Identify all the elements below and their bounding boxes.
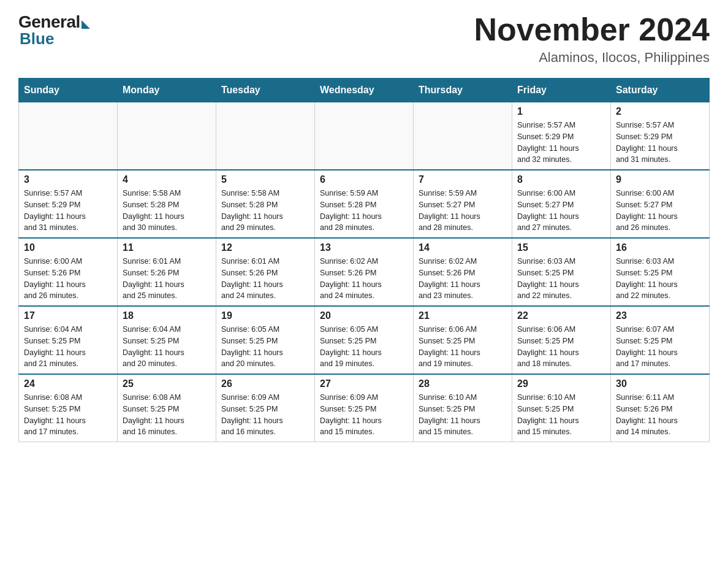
day-number: 21 (419, 310, 507, 321)
calendar-cell: 9Sunrise: 6:00 AMSunset: 5:27 PMDaylight… (611, 170, 710, 238)
calendar-cell (414, 102, 512, 170)
day-info: Sunrise: 6:00 AMSunset: 5:27 PMDaylight:… (517, 188, 605, 234)
calendar-cell: 17Sunrise: 6:04 AMSunset: 5:25 PMDayligh… (19, 306, 118, 374)
day-info: Sunrise: 6:01 AMSunset: 5:26 PMDaylight:… (123, 256, 211, 302)
calendar-cell: 10Sunrise: 6:00 AMSunset: 5:26 PMDayligh… (19, 238, 118, 306)
day-info: Sunrise: 6:08 AMSunset: 5:25 PMDaylight:… (123, 392, 211, 438)
calendar-cell: 25Sunrise: 6:08 AMSunset: 5:25 PMDayligh… (118, 374, 216, 442)
day-info: Sunrise: 6:01 AMSunset: 5:26 PMDaylight:… (221, 256, 309, 302)
day-number: 5 (221, 174, 309, 185)
calendar-cell: 23Sunrise: 6:07 AMSunset: 5:25 PMDayligh… (611, 306, 710, 374)
calendar-header-wednesday: Wednesday (315, 79, 414, 102)
day-number: 14 (419, 242, 507, 253)
day-number: 2 (616, 106, 704, 117)
calendar-cell (118, 102, 216, 170)
page-header: General Blue November 2024 Alaminos, Ilo… (18, 12, 710, 66)
calendar-week-row: 24Sunrise: 6:08 AMSunset: 5:25 PMDayligh… (19, 374, 710, 442)
calendar-cell: 4Sunrise: 5:58 AMSunset: 5:28 PMDaylight… (118, 170, 216, 238)
calendar-table: SundayMondayTuesdayWednesdayThursdayFrid… (18, 78, 710, 442)
logo-blue-text: Blue (20, 29, 54, 48)
day-info: Sunrise: 6:02 AMSunset: 5:26 PMDaylight:… (419, 256, 507, 302)
day-info: Sunrise: 6:09 AMSunset: 5:25 PMDaylight:… (221, 392, 309, 438)
day-number: 26 (221, 378, 309, 389)
day-info: Sunrise: 6:05 AMSunset: 5:25 PMDaylight:… (221, 324, 309, 370)
calendar-cell: 11Sunrise: 6:01 AMSunset: 5:26 PMDayligh… (118, 238, 216, 306)
day-number: 20 (320, 310, 408, 321)
day-info: Sunrise: 5:58 AMSunset: 5:28 PMDaylight:… (123, 188, 211, 234)
calendar-header-monday: Monday (118, 79, 216, 102)
day-number: 10 (24, 242, 112, 253)
day-number: 19 (221, 310, 309, 321)
day-info: Sunrise: 6:09 AMSunset: 5:25 PMDaylight:… (320, 392, 408, 438)
day-number: 22 (517, 310, 605, 321)
calendar-cell: 6Sunrise: 5:59 AMSunset: 5:28 PMDaylight… (315, 170, 414, 238)
title-section: November 2024 Alaminos, Ilocos, Philippi… (474, 12, 710, 66)
location-subtitle: Alaminos, Ilocos, Philippines (474, 50, 710, 66)
calendar-cell: 26Sunrise: 6:09 AMSunset: 5:25 PMDayligh… (216, 374, 315, 442)
day-info: Sunrise: 6:03 AMSunset: 5:25 PMDaylight:… (517, 256, 605, 302)
day-info: Sunrise: 6:05 AMSunset: 5:25 PMDaylight:… (320, 324, 408, 370)
day-number: 18 (123, 310, 211, 321)
day-info: Sunrise: 6:11 AMSunset: 5:26 PMDaylight:… (616, 392, 704, 438)
day-info: Sunrise: 6:10 AMSunset: 5:25 PMDaylight:… (419, 392, 507, 438)
day-info: Sunrise: 6:03 AMSunset: 5:25 PMDaylight:… (616, 256, 704, 302)
calendar-week-row: 17Sunrise: 6:04 AMSunset: 5:25 PMDayligh… (19, 306, 710, 374)
calendar-cell: 21Sunrise: 6:06 AMSunset: 5:25 PMDayligh… (414, 306, 512, 374)
calendar-cell: 12Sunrise: 6:01 AMSunset: 5:26 PMDayligh… (216, 238, 315, 306)
day-info: Sunrise: 5:57 AMSunset: 5:29 PMDaylight:… (24, 188, 112, 234)
day-number: 29 (517, 378, 605, 389)
calendar-cell (19, 102, 118, 170)
calendar-cell: 22Sunrise: 6:06 AMSunset: 5:25 PMDayligh… (512, 306, 611, 374)
day-info: Sunrise: 6:07 AMSunset: 5:25 PMDaylight:… (616, 324, 704, 370)
day-info: Sunrise: 5:58 AMSunset: 5:28 PMDaylight:… (221, 188, 309, 234)
day-number: 3 (24, 174, 112, 185)
calendar-week-row: 1Sunrise: 5:57 AMSunset: 5:29 PMDaylight… (19, 102, 710, 170)
day-info: Sunrise: 6:04 AMSunset: 5:25 PMDaylight:… (24, 324, 112, 370)
day-number: 28 (419, 378, 507, 389)
calendar-cell: 27Sunrise: 6:09 AMSunset: 5:25 PMDayligh… (315, 374, 414, 442)
day-info: Sunrise: 6:04 AMSunset: 5:25 PMDaylight:… (123, 324, 211, 370)
calendar-cell: 3Sunrise: 5:57 AMSunset: 5:29 PMDaylight… (19, 170, 118, 238)
day-info: Sunrise: 6:08 AMSunset: 5:25 PMDaylight:… (24, 392, 112, 438)
day-info: Sunrise: 6:00 AMSunset: 5:26 PMDaylight:… (24, 256, 112, 302)
calendar-cell: 14Sunrise: 6:02 AMSunset: 5:26 PMDayligh… (414, 238, 512, 306)
day-number: 1 (517, 106, 605, 117)
calendar-cell: 18Sunrise: 6:04 AMSunset: 5:25 PMDayligh… (118, 306, 216, 374)
day-info: Sunrise: 6:00 AMSunset: 5:27 PMDaylight:… (616, 188, 704, 234)
calendar-cell (216, 102, 315, 170)
day-info: Sunrise: 6:02 AMSunset: 5:26 PMDaylight:… (320, 256, 408, 302)
day-number: 12 (221, 242, 309, 253)
calendar-cell: 15Sunrise: 6:03 AMSunset: 5:25 PMDayligh… (512, 238, 611, 306)
day-info: Sunrise: 5:59 AMSunset: 5:27 PMDaylight:… (419, 188, 507, 234)
calendar-cell: 20Sunrise: 6:05 AMSunset: 5:25 PMDayligh… (315, 306, 414, 374)
calendar-header-row: SundayMondayTuesdayWednesdayThursdayFrid… (19, 79, 710, 102)
day-number: 7 (419, 174, 507, 185)
calendar-cell: 8Sunrise: 6:00 AMSunset: 5:27 PMDaylight… (512, 170, 611, 238)
day-number: 16 (616, 242, 704, 253)
day-info: Sunrise: 5:57 AMSunset: 5:29 PMDaylight:… (517, 120, 605, 166)
calendar-header-friday: Friday (512, 79, 611, 102)
calendar-cell: 24Sunrise: 6:08 AMSunset: 5:25 PMDayligh… (19, 374, 118, 442)
calendar-cell: 1Sunrise: 5:57 AMSunset: 5:29 PMDaylight… (512, 102, 611, 170)
day-number: 8 (517, 174, 605, 185)
calendar-week-row: 3Sunrise: 5:57 AMSunset: 5:29 PMDaylight… (19, 170, 710, 238)
day-number: 23 (616, 310, 704, 321)
logo-triangle-icon (82, 20, 90, 29)
calendar-header-thursday: Thursday (414, 79, 512, 102)
calendar-cell (315, 102, 414, 170)
calendar-header-sunday: Sunday (19, 79, 118, 102)
calendar-cell: 29Sunrise: 6:10 AMSunset: 5:25 PMDayligh… (512, 374, 611, 442)
day-number: 30 (616, 378, 704, 389)
calendar-header-tuesday: Tuesday (216, 79, 315, 102)
day-number: 25 (123, 378, 211, 389)
calendar-header-saturday: Saturday (611, 79, 710, 102)
day-info: Sunrise: 6:06 AMSunset: 5:25 PMDaylight:… (419, 324, 507, 370)
day-info: Sunrise: 5:57 AMSunset: 5:29 PMDaylight:… (616, 120, 704, 166)
day-number: 11 (123, 242, 211, 253)
day-info: Sunrise: 6:10 AMSunset: 5:25 PMDaylight:… (517, 392, 605, 438)
day-number: 15 (517, 242, 605, 253)
day-number: 24 (24, 378, 112, 389)
logo: General Blue (18, 12, 90, 48)
month-title: November 2024 (474, 12, 710, 47)
day-number: 13 (320, 242, 408, 253)
